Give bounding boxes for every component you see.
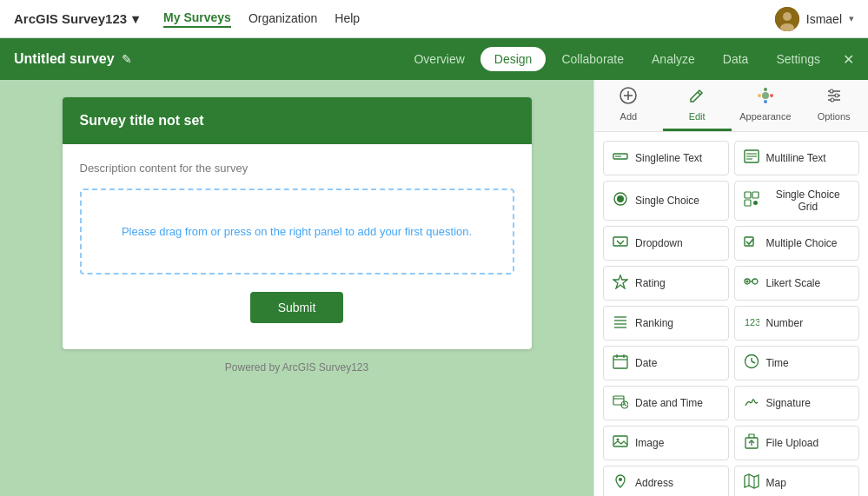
- single-choice-icon: [613, 191, 628, 210]
- qt-date-label: Date: [635, 357, 657, 369]
- date-icon: [613, 354, 628, 373]
- tab-collaborate[interactable]: Collaborate: [549, 45, 636, 73]
- qt-date-and-time-label: Date and Time: [635, 397, 703, 409]
- svg-line-53: [625, 405, 626, 406]
- tab-options[interactable]: Options: [799, 80, 868, 131]
- qt-address[interactable]: Address: [603, 466, 729, 496]
- sub-nav-links: Overview Design Collaborate Analyze Data…: [401, 45, 832, 73]
- signature-icon: [744, 393, 759, 413]
- brand-logo[interactable]: ArcGIS Survey123 ▾: [14, 11, 139, 27]
- top-nav-right: Ismael ▾: [775, 7, 854, 31]
- qt-multiple-choice[interactable]: Multiple Choice: [734, 226, 860, 261]
- qt-multiline-text[interactable]: Multiline Text: [734, 141, 860, 175]
- qt-time-label: Time: [766, 357, 789, 369]
- qt-single-choice-grid[interactable]: Single Choice Grid: [734, 181, 860, 221]
- qt-likert-scale[interactable]: Likert Scale: [734, 266, 860, 301]
- svg-point-25: [617, 195, 624, 202]
- likert-icon: [744, 274, 759, 293]
- tab-edit-label: Edit: [689, 111, 706, 122]
- qt-ranking[interactable]: Ranking: [603, 306, 729, 341]
- qt-dropdown[interactable]: Dropdown: [603, 226, 729, 261]
- qt-image[interactable]: Image: [603, 426, 729, 460]
- multiple-choice-icon: [744, 234, 759, 253]
- user-name[interactable]: Ismael: [806, 12, 842, 26]
- qt-image-label: Image: [635, 437, 664, 449]
- qt-date[interactable]: Date: [603, 346, 729, 380]
- survey-body: Description content for the survey Pleas…: [63, 144, 532, 349]
- qt-time[interactable]: Time: [734, 346, 860, 380]
- user-dropdown-arrow[interactable]: ▾: [849, 13, 854, 24]
- qt-file-upload[interactable]: File Upload: [734, 426, 860, 460]
- qt-rating[interactable]: Rating: [603, 266, 729, 301]
- nav-my-surveys[interactable]: My Surveys: [163, 10, 231, 28]
- number-icon: 123: [744, 314, 759, 333]
- tab-edit[interactable]: Edit: [663, 80, 732, 131]
- qt-ranking-label: Ranking: [635, 317, 673, 329]
- qt-number-label: Number: [766, 317, 804, 329]
- top-nav-links: My Surveys Organization Help: [163, 10, 360, 28]
- qt-file-upload-label: File Upload: [766, 437, 819, 449]
- top-navigation: ArcGIS Survey123 ▾ My Surveys Organizati…: [0, 0, 868, 38]
- survey-title: Survey title not set: [80, 113, 204, 128]
- svg-point-8: [764, 88, 767, 91]
- qt-multiline-label: Multiline Text: [766, 152, 826, 164]
- rating-icon: [613, 274, 628, 293]
- tab-design[interactable]: Design: [480, 47, 547, 71]
- edit-icon: [688, 87, 706, 109]
- qt-dropdown-label: Dropdown: [635, 237, 683, 249]
- tab-overview[interactable]: Overview: [401, 45, 476, 73]
- qt-address-label: Address: [635, 477, 673, 489]
- tab-appearance[interactable]: Appearance: [732, 80, 800, 131]
- map-icon: [744, 473, 759, 493]
- edit-title-icon[interactable]: ✎: [122, 52, 132, 66]
- drop-zone-text: Please drag from or press on the right p…: [122, 225, 472, 238]
- submit-button[interactable]: Submit: [250, 292, 344, 323]
- nav-help[interactable]: Help: [335, 11, 360, 27]
- qt-singleline-text[interactable]: Singleline Text: [603, 141, 729, 175]
- powered-by: Powered by ArcGIS Survey123: [225, 361, 368, 374]
- date-and-time-icon: [613, 393, 628, 413]
- time-icon: [744, 354, 759, 373]
- svg-point-10: [764, 100, 767, 103]
- multiline-icon: [744, 149, 759, 168]
- survey-card: Survey title not set Description content…: [63, 97, 532, 349]
- svg-text:123: 123: [745, 317, 759, 327]
- drop-zone[interactable]: Please drag from or press on the right p…: [80, 188, 514, 274]
- qt-date-and-time[interactable]: Date and Time: [603, 386, 729, 420]
- sub-navigation: Untitled survey ✎ Overview Design Collab…: [0, 38, 868, 80]
- svg-point-55: [617, 439, 620, 441]
- tab-analyze[interactable]: Analyze: [639, 45, 707, 73]
- svg-point-34: [745, 281, 748, 283]
- svg-point-16: [835, 94, 838, 97]
- qt-single-choice-label: Single Choice: [635, 195, 699, 207]
- brand-dropdown-arrow[interactable]: ▾: [132, 11, 139, 27]
- address-icon: [613, 473, 628, 493]
- submit-btn-container: Submit: [80, 292, 514, 332]
- brand-text: ArcGIS Survey123: [14, 11, 127, 26]
- tab-add[interactable]: Add: [594, 80, 663, 131]
- survey-canvas: Survey title not set Description content…: [0, 80, 593, 496]
- wrench-icon[interactable]: ✕: [843, 51, 854, 68]
- svg-point-1: [783, 12, 792, 21]
- qt-map[interactable]: Map: [734, 466, 860, 496]
- qt-signature[interactable]: Signature: [734, 386, 860, 420]
- tab-data[interactable]: Data: [711, 45, 761, 73]
- qt-multiple-choice-label: Multiple Choice: [766, 237, 838, 249]
- dropdown-icon: [613, 234, 628, 253]
- ranking-icon: [613, 314, 628, 333]
- survey-title-label: Untitled survey: [14, 51, 115, 67]
- qt-number[interactable]: 123 Number: [734, 306, 860, 341]
- file-upload-icon: [744, 433, 759, 453]
- svg-rect-49: [613, 396, 624, 405]
- svg-rect-27: [752, 192, 759, 198]
- question-types-grid: Singleline Text Multiline Text Single Ch…: [594, 132, 868, 496]
- appearance-icon: [757, 87, 774, 109]
- qt-map-label: Map: [766, 477, 786, 489]
- nav-organization[interactable]: Organization: [248, 11, 317, 27]
- svg-rect-54: [613, 436, 627, 446]
- tab-add-label: Add: [620, 111, 638, 122]
- svg-point-11: [758, 94, 761, 97]
- svg-rect-26: [745, 192, 751, 198]
- qt-single-choice[interactable]: Single Choice: [603, 181, 729, 221]
- tab-settings[interactable]: Settings: [764, 45, 832, 73]
